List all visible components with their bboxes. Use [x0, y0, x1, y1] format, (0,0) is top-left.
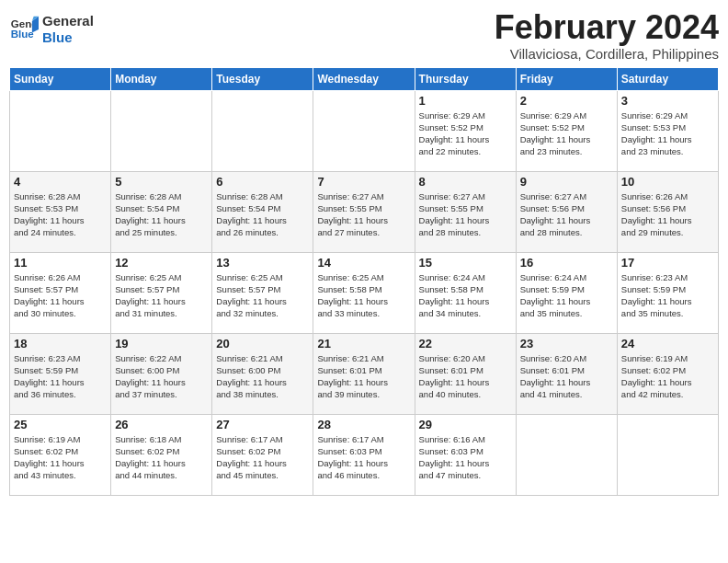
day-info: Sunrise: 6:24 AM Sunset: 5:58 PM Dayligh…: [419, 271, 512, 320]
logo: General Blue General Blue: [9, 9, 94, 46]
title-area: February 2024 Villaviciosa, Cordillera, …: [495, 9, 719, 62]
day-info: Sunrise: 6:16 AM Sunset: 6:03 PM Dayligh…: [419, 433, 512, 482]
week-row-3: 11Sunrise: 6:26 AM Sunset: 5:57 PM Dayli…: [10, 252, 719, 333]
day-number: 14: [317, 256, 410, 270]
calendar-cell: 19Sunrise: 6:22 AM Sunset: 6:00 PM Dayli…: [111, 333, 212, 414]
day-info: Sunrise: 6:21 AM Sunset: 6:00 PM Dayligh…: [216, 352, 309, 401]
location-title: Villaviciosa, Cordillera, Philippines: [495, 46, 719, 62]
day-info: Sunrise: 6:29 AM Sunset: 5:52 PM Dayligh…: [419, 109, 512, 158]
day-info: Sunrise: 6:29 AM Sunset: 5:53 PM Dayligh…: [621, 109, 714, 158]
day-number: 2: [520, 94, 613, 108]
day-number: 12: [115, 256, 208, 270]
day-number: 8: [419, 175, 512, 189]
calendar-cell: 21Sunrise: 6:21 AM Sunset: 6:01 PM Dayli…: [313, 333, 415, 414]
calendar-cell: 26Sunrise: 6:18 AM Sunset: 6:02 PM Dayli…: [111, 414, 212, 495]
calendar-cell: 15Sunrise: 6:24 AM Sunset: 5:58 PM Dayli…: [415, 252, 516, 333]
day-number: 9: [520, 175, 613, 189]
day-number: 15: [419, 256, 512, 270]
header-day-thursday: Thursday: [415, 67, 516, 90]
calendar-cell: [516, 414, 617, 495]
day-number: 16: [520, 256, 613, 270]
day-info: Sunrise: 6:25 AM Sunset: 5:57 PM Dayligh…: [216, 271, 309, 320]
header-day-sunday: Sunday: [10, 67, 111, 90]
day-info: Sunrise: 6:20 AM Sunset: 6:01 PM Dayligh…: [419, 352, 512, 401]
calendar-cell: 28Sunrise: 6:17 AM Sunset: 6:03 PM Dayli…: [313, 414, 415, 495]
day-number: 17: [621, 256, 714, 270]
calendar-cell: 6Sunrise: 6:28 AM Sunset: 5:54 PM Daylig…: [212, 171, 313, 252]
day-number: 23: [520, 337, 613, 350]
calendar-cell: 17Sunrise: 6:23 AM Sunset: 5:59 PM Dayli…: [617, 252, 718, 333]
day-info: Sunrise: 6:27 AM Sunset: 5:55 PM Dayligh…: [419, 190, 512, 239]
logo-icon: General Blue: [9, 15, 39, 44]
day-info: Sunrise: 6:17 AM Sunset: 6:03 PM Dayligh…: [317, 433, 410, 482]
calendar-cell: [212, 90, 313, 171]
calendar-cell: 13Sunrise: 6:25 AM Sunset: 5:57 PM Dayli…: [212, 252, 313, 333]
day-info: Sunrise: 6:17 AM Sunset: 6:02 PM Dayligh…: [216, 433, 309, 482]
day-info: Sunrise: 6:29 AM Sunset: 5:52 PM Dayligh…: [520, 109, 613, 158]
calendar-cell: 24Sunrise: 6:19 AM Sunset: 6:02 PM Dayli…: [617, 333, 718, 414]
svg-text:Blue: Blue: [11, 29, 35, 40]
calendar-cell: 22Sunrise: 6:20 AM Sunset: 6:01 PM Dayli…: [415, 333, 516, 414]
day-info: Sunrise: 6:25 AM Sunset: 5:57 PM Dayligh…: [115, 271, 208, 320]
day-number: 19: [115, 337, 208, 350]
week-row-5: 25Sunrise: 6:19 AM Sunset: 6:02 PM Dayli…: [10, 414, 719, 495]
day-info: Sunrise: 6:26 AM Sunset: 5:56 PM Dayligh…: [621, 190, 714, 239]
day-info: Sunrise: 6:27 AM Sunset: 5:56 PM Dayligh…: [520, 190, 613, 239]
calendar-cell: 14Sunrise: 6:25 AM Sunset: 5:58 PM Dayli…: [313, 252, 415, 333]
day-number: 4: [14, 175, 107, 189]
day-number: 11: [14, 256, 107, 270]
calendar-cell: [313, 90, 415, 171]
calendar-cell: 20Sunrise: 6:21 AM Sunset: 6:00 PM Dayli…: [212, 333, 313, 414]
header-row: SundayMondayTuesdayWednesdayThursdayFrid…: [10, 67, 719, 90]
week-row-2: 4Sunrise: 6:28 AM Sunset: 5:53 PM Daylig…: [10, 171, 719, 252]
month-title: February 2024: [495, 9, 719, 46]
calendar-cell: [617, 414, 718, 495]
logo-line2: Blue: [42, 29, 94, 46]
day-number: 3: [621, 94, 714, 108]
header-day-friday: Friday: [516, 67, 617, 90]
day-info: Sunrise: 6:28 AM Sunset: 5:53 PM Dayligh…: [14, 190, 107, 239]
day-number: 5: [115, 175, 208, 189]
calendar-cell: 9Sunrise: 6:27 AM Sunset: 5:56 PM Daylig…: [516, 171, 617, 252]
day-info: Sunrise: 6:23 AM Sunset: 5:59 PM Dayligh…: [14, 352, 107, 401]
week-row-4: 18Sunrise: 6:23 AM Sunset: 5:59 PM Dayli…: [10, 333, 719, 414]
day-info: Sunrise: 6:26 AM Sunset: 5:57 PM Dayligh…: [14, 271, 107, 320]
calendar-cell: 2Sunrise: 6:29 AM Sunset: 5:52 PM Daylig…: [516, 90, 617, 171]
day-info: Sunrise: 6:21 AM Sunset: 6:01 PM Dayligh…: [317, 352, 410, 401]
day-number: 7: [317, 175, 410, 189]
day-number: 1: [419, 94, 512, 108]
calendar-cell: [10, 90, 111, 171]
day-number: 10: [621, 175, 714, 189]
calendar-cell: 11Sunrise: 6:26 AM Sunset: 5:57 PM Dayli…: [10, 252, 111, 333]
header-day-saturday: Saturday: [617, 67, 718, 90]
calendar-table: SundayMondayTuesdayWednesdayThursdayFrid…: [9, 67, 719, 496]
day-number: 21: [317, 337, 410, 350]
calendar-cell: 10Sunrise: 6:26 AM Sunset: 5:56 PM Dayli…: [617, 171, 718, 252]
header-day-wednesday: Wednesday: [313, 67, 415, 90]
day-number: 18: [14, 337, 107, 350]
day-number: 24: [621, 337, 714, 350]
day-info: Sunrise: 6:23 AM Sunset: 5:59 PM Dayligh…: [621, 271, 714, 320]
calendar-cell: 8Sunrise: 6:27 AM Sunset: 5:55 PM Daylig…: [415, 171, 516, 252]
day-number: 29: [419, 418, 512, 431]
calendar-cell: 16Sunrise: 6:24 AM Sunset: 5:59 PM Dayli…: [516, 252, 617, 333]
day-number: 26: [115, 418, 208, 431]
calendar-cell: 5Sunrise: 6:28 AM Sunset: 5:54 PM Daylig…: [111, 171, 212, 252]
week-row-1: 1Sunrise: 6:29 AM Sunset: 5:52 PM Daylig…: [10, 90, 719, 171]
day-info: Sunrise: 6:27 AM Sunset: 5:55 PM Dayligh…: [317, 190, 410, 239]
day-info: Sunrise: 6:25 AM Sunset: 5:58 PM Dayligh…: [317, 271, 410, 320]
day-info: Sunrise: 6:28 AM Sunset: 5:54 PM Dayligh…: [115, 190, 208, 239]
day-number: 6: [216, 175, 309, 189]
day-number: 28: [317, 418, 410, 431]
day-info: Sunrise: 6:24 AM Sunset: 5:59 PM Dayligh…: [520, 271, 613, 320]
calendar-cell: 18Sunrise: 6:23 AM Sunset: 5:59 PM Dayli…: [10, 333, 111, 414]
day-info: Sunrise: 6:18 AM Sunset: 6:02 PM Dayligh…: [115, 433, 208, 482]
calendar-cell: [111, 90, 212, 171]
calendar-cell: 27Sunrise: 6:17 AM Sunset: 6:02 PM Dayli…: [212, 414, 313, 495]
day-info: Sunrise: 6:19 AM Sunset: 6:02 PM Dayligh…: [621, 352, 714, 401]
day-number: 20: [216, 337, 309, 350]
day-info: Sunrise: 6:28 AM Sunset: 5:54 PM Dayligh…: [216, 190, 309, 239]
calendar-cell: 12Sunrise: 6:25 AM Sunset: 5:57 PM Dayli…: [111, 252, 212, 333]
header: General Blue General Blue February 2024 …: [9, 9, 719, 62]
day-info: Sunrise: 6:20 AM Sunset: 6:01 PM Dayligh…: [520, 352, 613, 401]
